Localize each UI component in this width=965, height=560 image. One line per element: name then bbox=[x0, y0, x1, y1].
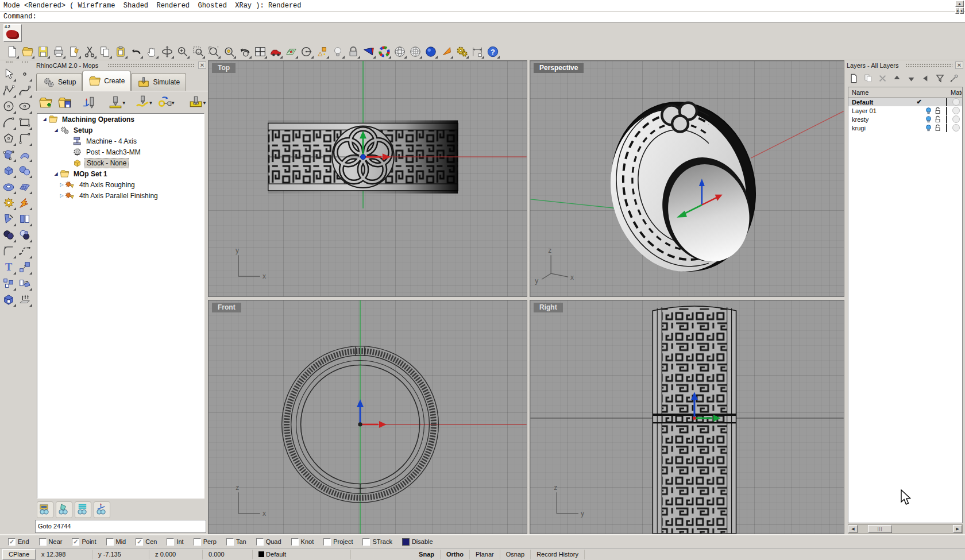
tree-item-4th-axis-roughing[interactable]: ▷ 4th Axis Roughing bbox=[37, 179, 204, 190]
filter-icon[interactable] bbox=[935, 74, 945, 83]
tab-create[interactable]: Create bbox=[82, 71, 131, 91]
panel-grip[interactable] bbox=[905, 63, 952, 68]
sphere-blue-icon[interactable] bbox=[423, 44, 438, 59]
box-icon[interactable] bbox=[1, 163, 17, 179]
tab-setup[interactable]: Setup bbox=[36, 73, 82, 91]
layer-lock-icon[interactable] bbox=[933, 124, 942, 132]
snap-toggle[interactable]: Snap bbox=[413, 550, 441, 559]
copy-icon[interactable] bbox=[98, 44, 113, 59]
osnap-disable[interactable]: Disable bbox=[402, 538, 433, 546]
polyline-icon[interactable] bbox=[1, 82, 17, 98]
solid-union-icon[interactable] bbox=[1, 291, 17, 307]
tree-item-mop-set-1[interactable]: ◢ MOp Set 1 bbox=[37, 168, 204, 179]
scroll-thumb[interactable]: ||| bbox=[868, 525, 892, 533]
polygon-icon[interactable] bbox=[1, 130, 17, 146]
move-left-icon[interactable] bbox=[921, 74, 931, 83]
osnap-point[interactable]: ✓Point bbox=[72, 538, 96, 546]
viewport-front[interactable]: Front z bbox=[208, 300, 527, 534]
simulate-machine-icon[interactable] bbox=[37, 501, 53, 518]
scroll-left-icon[interactable]: ◀ bbox=[848, 525, 858, 533]
layer-color-swatch[interactable] bbox=[946, 98, 947, 106]
viewport-layout-icon[interactable] bbox=[253, 44, 268, 59]
scale-icon[interactable] bbox=[17, 259, 33, 275]
layer-color-swatch[interactable] bbox=[946, 124, 947, 132]
tree-item-machining-operations[interactable]: ◢ Machining Operations bbox=[37, 114, 204, 125]
scroll-right-icon[interactable]: ▶ bbox=[953, 525, 962, 533]
move-down-icon[interactable] bbox=[906, 74, 916, 83]
car-icon[interactable] bbox=[268, 44, 283, 59]
simulate-toolpath-icon[interactable] bbox=[75, 501, 91, 518]
split-icon[interactable] bbox=[17, 211, 33, 227]
layer-row-krugi[interactable]: krugi bbox=[848, 123, 962, 132]
layers-header[interactable]: Name Mate bbox=[848, 87, 962, 98]
facing-ops-icon[interactable]: ▼ bbox=[107, 94, 128, 111]
zoom-window-icon[interactable] bbox=[191, 44, 206, 59]
layer-row-default[interactable]: Default ✔ bbox=[848, 98, 962, 106]
layers-close-icon[interactable]: ✕ bbox=[955, 61, 963, 69]
dimension-icon[interactable] bbox=[470, 44, 485, 59]
blend-icon[interactable] bbox=[17, 243, 33, 259]
circle-radius-icon[interactable] bbox=[299, 44, 314, 59]
osnap-project[interactable]: Project bbox=[323, 538, 353, 546]
osnap-strack[interactable]: STrack bbox=[362, 538, 392, 546]
delete-layer-icon[interactable] bbox=[878, 74, 887, 83]
layer-color-swatch[interactable] bbox=[946, 115, 947, 123]
open-folder-icon[interactable] bbox=[20, 44, 35, 59]
layer-lock-icon[interactable] bbox=[933, 107, 942, 114]
record-history-toggle[interactable]: Record History bbox=[531, 550, 585, 559]
expander-icon[interactable]: ◢ bbox=[52, 128, 60, 133]
text-icon[interactable]: T bbox=[1, 259, 17, 275]
osnap-knot[interactable]: Knot bbox=[291, 538, 314, 546]
osnap-tan[interactable]: Tan bbox=[226, 538, 246, 546]
undo-icon[interactable] bbox=[129, 44, 144, 59]
paste-icon[interactable] bbox=[113, 44, 128, 59]
orbit-icon[interactable] bbox=[160, 44, 175, 59]
srf-bend-icon[interactable] bbox=[17, 146, 33, 163]
expander-icon[interactable]: ◢ bbox=[52, 171, 60, 176]
osnap-quad[interactable]: Quad bbox=[256, 538, 281, 546]
simulate-axes-icon[interactable] bbox=[94, 501, 110, 518]
spheres-icon[interactable] bbox=[17, 163, 33, 179]
gears-icon[interactable] bbox=[454, 44, 469, 59]
current-layer-pane[interactable]: Default bbox=[253, 550, 351, 559]
print-icon[interactable] bbox=[51, 44, 66, 59]
drape-icon[interactable] bbox=[284, 44, 299, 59]
viewport-perspective-label[interactable]: Perspective bbox=[534, 63, 584, 73]
wedge-icon[interactable] bbox=[361, 44, 376, 59]
rhinocam-close-icon[interactable]: ✕ bbox=[198, 61, 206, 69]
move-up-icon[interactable] bbox=[892, 74, 902, 83]
osnap-toggle[interactable]: Osnap bbox=[500, 550, 531, 559]
tab-simulate[interactable]: Simulate bbox=[131, 73, 186, 91]
expander-icon[interactable]: ▷ bbox=[58, 182, 65, 187]
tree-item-post[interactable]: Post - Mach3-MM bbox=[37, 146, 204, 157]
layer-on-bulb-icon[interactable] bbox=[924, 107, 933, 114]
goto-field[interactable]: Goto 24744 bbox=[35, 520, 206, 533]
layer-material-icon[interactable] bbox=[952, 124, 960, 132]
extrude-icon[interactable] bbox=[17, 291, 33, 307]
ortho-toggle[interactable]: Ortho bbox=[441, 550, 470, 559]
viewport-top[interactable]: Top bbox=[208, 60, 527, 297]
color-wheel-icon[interactable] bbox=[377, 44, 392, 59]
layer-on-bulb-icon[interactable] bbox=[924, 124, 933, 132]
lock-icon[interactable] bbox=[346, 44, 361, 59]
cone-icon[interactable] bbox=[439, 44, 454, 59]
curve-icon[interactable] bbox=[17, 82, 33, 98]
scroll-up-icon[interactable]: ▲ bbox=[955, 1, 964, 7]
tree-item-machine[interactable]: Machine - 4 Axis bbox=[37, 136, 204, 146]
explode-icon[interactable] bbox=[1, 195, 17, 211]
expander-icon[interactable]: ▷ bbox=[58, 193, 65, 198]
blast-icon[interactable] bbox=[17, 195, 33, 211]
torus-icon[interactable] bbox=[1, 179, 17, 195]
curve-ops-icon[interactable]: ▼ bbox=[134, 94, 155, 111]
panel-grip[interactable] bbox=[107, 63, 195, 68]
srf-grid-icon[interactable] bbox=[17, 179, 33, 195]
pan-icon[interactable] bbox=[144, 44, 159, 59]
orient-icon[interactable] bbox=[17, 275, 33, 291]
rotary-ops-icon[interactable]: ▼ bbox=[156, 94, 177, 111]
planar-toggle[interactable]: Planar bbox=[470, 550, 500, 559]
rhino-logo[interactable]: 4.2 bbox=[3, 24, 22, 42]
tree-item-setup[interactable]: ◢ Setup bbox=[37, 125, 204, 136]
viewport-top-label[interactable]: Top bbox=[212, 63, 236, 73]
new-layer-icon[interactable] bbox=[849, 74, 859, 83]
osnap-perp[interactable]: Perp bbox=[194, 538, 217, 546]
